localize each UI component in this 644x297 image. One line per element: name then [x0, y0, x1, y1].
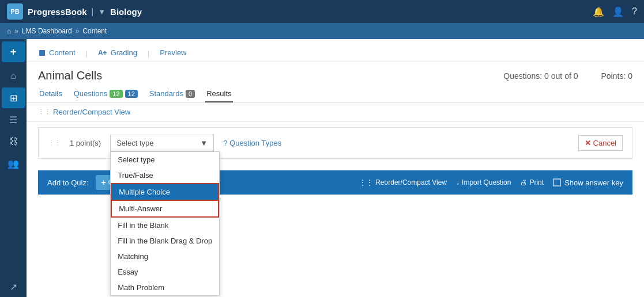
dropdown-item-math-problem[interactable]: Math Problem	[111, 280, 219, 295]
bell-icon[interactable]: 🔔	[593, 6, 604, 17]
drag-icon: ⋮⋮	[38, 108, 51, 116]
dropdown-item-true-false[interactable]: True/False	[111, 167, 219, 183]
questions-label: Questions:	[503, 71, 542, 81]
sidebar-item-add[interactable]: +	[2, 41, 25, 62]
dropdown-item-multiple-choice[interactable]: Multiple Choice	[111, 183, 219, 201]
question-box: ⋮⋮ 1 point(s) Select type ▼ Select type …	[38, 127, 632, 159]
sidebar-item-grid[interactable]: ⊞	[2, 87, 25, 108]
import-question-button[interactable]: ↓ Import Question	[456, 178, 511, 186]
plus-icon-question: +	[101, 178, 106, 187]
questions-count: Questions: 0 out of 0	[503, 71, 578, 81]
questions-badge2: 12	[125, 90, 138, 98]
reorder-icon: ⋮⋮	[359, 178, 373, 186]
question-types-link[interactable]: ? Question Types	[223, 139, 281, 147]
page-title: Animal Cells	[38, 69, 102, 82]
dropdown-menu: Select type True/False Multiple Choice M…	[110, 151, 220, 296]
tab-grading-label: Grading	[111, 48, 137, 57]
breadcrumb-sep1: »	[14, 27, 18, 35]
course-name[interactable]: Biology	[110, 7, 142, 17]
content-tabs: Content | A+ Grading | Preview	[38, 45, 632, 62]
breadcrumb: ⌂ » LMS Dashboard » Content	[0, 23, 644, 39]
user-icon[interactable]: 👤	[612, 6, 624, 17]
dropdown-item-fill-blank[interactable]: Fill in the Blank	[111, 218, 219, 233]
sidebar-item-people[interactable]: 👥	[2, 153, 25, 174]
dropdown-item-multi-answer[interactable]: Multi-Answer	[111, 201, 219, 218]
sidebar-item-doc[interactable]: ☰	[2, 109, 25, 130]
select-type-container: Select type ▼ Select type True/False Mul…	[110, 135, 214, 151]
points-label: Points:	[601, 71, 626, 81]
tab-questions-label: Questions	[74, 89, 108, 98]
standards-badge: 0	[186, 90, 195, 98]
cancel-x-icon: ✕	[585, 139, 591, 147]
main-layout: + ⌂ ⊞ ☰ ⛓ 👥 ↗ Content | A+ Grading |	[0, 39, 644, 297]
questions-total: 0	[574, 71, 578, 81]
tab-results-label: Results	[206, 89, 231, 98]
reorder-compact-view-button[interactable]: ⋮⋮ Reorder/Compact View	[359, 178, 447, 186]
question-points: 1 point(s)	[70, 139, 101, 147]
home-breadcrumb[interactable]: ⌂	[7, 27, 11, 35]
reorder-compact-link[interactable]: ⋮⋮ Reorder/Compact View	[38, 108, 632, 116]
left-sidebar: + ⌂ ⊞ ☰ ⛓ 👥 ↗	[0, 39, 27, 297]
show-answer-key[interactable]: Show answer key	[553, 178, 623, 187]
tab-details[interactable]: Details	[38, 86, 63, 102]
reorder-label: Reorder/Compact View	[53, 108, 130, 116]
top-nav-left: PB ProgressBook | ▼ Biology	[7, 3, 142, 20]
inner-tabs: Details Questions 12 12 Standards 0 Resu…	[27, 86, 644, 103]
sidebar-item-arrow[interactable]: ↗	[2, 276, 25, 297]
sidebar-item-home[interactable]: ⌂	[2, 66, 25, 86]
drag-handle-icon: ⋮⋮	[48, 139, 61, 147]
tab-divider1: |	[86, 49, 88, 58]
dropdown-arrow-icon[interactable]: ▼	[98, 7, 106, 16]
answer-key-checkbox[interactable]	[553, 178, 561, 186]
cancel-button[interactable]: ✕ Cancel	[578, 135, 623, 151]
dropdown-item-matching[interactable]: Matching	[111, 249, 219, 264]
progressbook-logo-icon: PB	[7, 3, 23, 20]
tab-details-label: Details	[39, 89, 62, 98]
page-title-row: Animal Cells Questions: 0 out of 0 Point…	[27, 62, 644, 86]
points-val: 0	[628, 71, 632, 81]
tab-grading[interactable]: A+ Grading	[97, 45, 138, 62]
content-header: Content | A+ Grading | Preview	[27, 39, 644, 62]
select-type-arrow-icon: ▼	[200, 139, 208, 147]
help-icon[interactable]: ?	[632, 6, 637, 17]
tab-standards[interactable]: Standards 0	[148, 86, 196, 102]
sidebar-item-link[interactable]: ⛓	[2, 131, 25, 152]
print-button[interactable]: 🖨 Print	[520, 178, 544, 186]
select-type-label: Select type	[116, 139, 153, 147]
tab-standards-label: Standards	[149, 89, 183, 98]
quiz-bar-label: Add to Quiz:	[47, 178, 89, 187]
show-answer-key-label: Show answer key	[564, 178, 623, 187]
dropdown-item-essay[interactable]: Essay	[111, 264, 219, 280]
import-icon: ↓	[456, 178, 460, 186]
cancel-label: Cancel	[593, 139, 616, 147]
logo-area: PB ProgressBook	[7, 3, 87, 20]
top-nav-icons: 🔔 👤 ?	[593, 6, 637, 17]
app-title: ProgressBook	[28, 7, 87, 17]
dropdown-item-select-type[interactable]: Select type	[111, 152, 219, 167]
lms-dashboard-breadcrumb[interactable]: LMS Dashboard	[22, 27, 72, 35]
questions-info: Questions: 0 out of 0 Points: 0	[503, 71, 632, 81]
toolbar: ⋮⋮ Reorder/Compact View	[27, 103, 644, 121]
question-area: ⋮⋮ 1 point(s) Select type ▼ Select type …	[27, 121, 644, 165]
dropdown-item-fill-blank-drag[interactable]: Fill in the Blank Drag & Drop	[111, 233, 219, 249]
content-tab-icon	[39, 50, 45, 56]
tab-questions[interactable]: Questions 12 12	[73, 86, 139, 102]
tab-results[interactable]: Results	[205, 86, 232, 102]
select-type-button[interactable]: Select type ▼	[110, 135, 214, 151]
main-content: Content | A+ Grading | Preview Animal Ce…	[27, 39, 644, 297]
tab-preview-label: Preview	[160, 48, 186, 57]
print-icon: 🖨	[520, 178, 527, 186]
print-label: Print	[529, 178, 544, 186]
nav-divider: |	[92, 7, 94, 16]
content-breadcrumb[interactable]: Content	[82, 27, 107, 35]
quiz-right: ⋮⋮ Reorder/Compact View ↓ Import Questio…	[359, 178, 623, 187]
import-question-label: Import Question	[462, 178, 511, 186]
questions-out-of: out of	[551, 71, 574, 81]
breadcrumb-sep2: »	[76, 27, 80, 35]
questions-val: 0	[544, 71, 549, 81]
points-count: Points: 0	[601, 71, 633, 81]
tab-divider2: |	[148, 49, 149, 58]
tab-content[interactable]: Content	[38, 45, 77, 62]
tab-preview[interactable]: Preview	[159, 45, 187, 62]
grading-icon: A+	[98, 49, 107, 57]
